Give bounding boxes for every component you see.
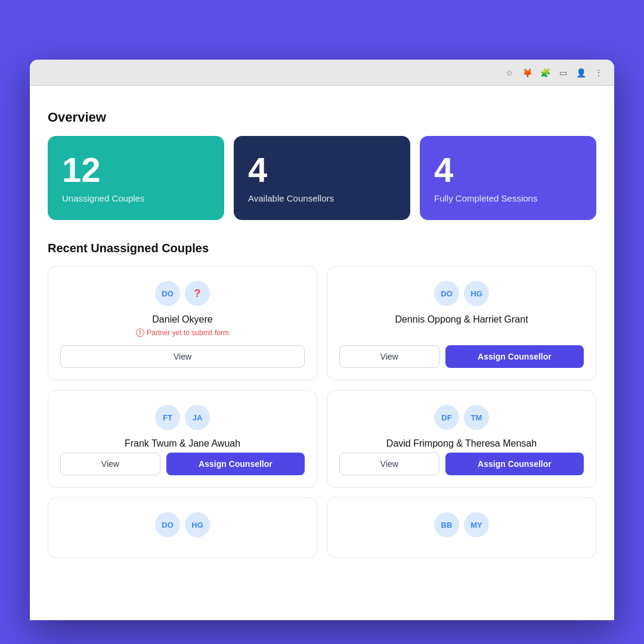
couple-name-3: Frank Twum & Jane Awuah (125, 438, 240, 449)
view-button-4[interactable]: View (339, 453, 439, 475)
menu-icon[interactable]: ⋮ (593, 67, 605, 79)
warning-icon-1: ! (136, 329, 144, 337)
avatar-bb-6: BB (434, 512, 459, 537)
avatars-row-6: BB MY (434, 512, 489, 537)
couple-card-5: DO HG (48, 497, 317, 558)
stat-number-unassigned: 12 (62, 153, 210, 187)
bookmark-icon[interactable]: ☆ (503, 67, 515, 79)
view-button-2[interactable]: View (339, 345, 439, 368)
couple-card-4: DF TM David Frimpong & Theresa Mensah Vi… (327, 390, 596, 488)
avatar-hg-2: HG (464, 281, 489, 306)
couple-card-3: FT JA Frank Twum & Jane Awuah View Assig… (48, 390, 317, 488)
card-actions-3: View Assign Counsellor (60, 453, 305, 475)
warning-text-1: Partner yet to submit form (147, 329, 229, 337)
avatar-ja-3: JA (185, 405, 210, 430)
card-actions-2: View Assign Counsellor (339, 345, 584, 368)
avatar-df-4: DF (434, 405, 459, 430)
stat-label-counsellors: Available Counsellors (248, 193, 396, 203)
stat-card-counsellors: 4 Available Counsellors (234, 136, 410, 220)
assign-button-3[interactable]: Assign Counsellor (166, 453, 305, 475)
stats-grid: 12 Unassigned Couples 4 Available Counse… (48, 136, 596, 220)
avatars-row-5: DO HG (155, 512, 210, 537)
couple-card-2: DO HG Dennis Oppong & Harriet Grant View… (327, 266, 596, 380)
browser-content: Overview 12 Unassigned Couples 4 Availab… (30, 86, 614, 620)
tab-icon[interactable]: ▭ (557, 67, 569, 79)
avatar-ft-3: FT (155, 405, 180, 430)
card-actions-4: View Assign Counsellor (339, 453, 584, 475)
couple-card-6: BB MY (327, 497, 596, 558)
browser-toolbar: ☆ 🦊 🧩 ▭ 👤 ⋮ (30, 60, 614, 86)
partner-warning-1: ! Partner yet to submit form (136, 329, 229, 337)
browser-window: ☆ 🦊 🧩 ▭ 👤 ⋮ Overview 12 Unassigned Coupl… (30, 60, 614, 620)
avatar-do-2: DO (434, 281, 459, 306)
avatar-do-1: DO (155, 281, 180, 306)
couple-name-2: Dennis Oppong & Harriet Grant (395, 314, 528, 325)
avatar-my-6: MY (464, 512, 489, 537)
firefox-icon[interactable]: 🦊 (521, 67, 533, 79)
stat-label-sessions: Fully Completed Sessions (434, 193, 582, 203)
assign-button-2[interactable]: Assign Counsellor (445, 345, 584, 368)
avatars-row-4: DF TM (434, 405, 489, 430)
avatars-row-3: FT JA (155, 405, 210, 430)
stat-label-unassigned: Unassigned Couples (62, 193, 210, 203)
extension-icon[interactable]: 🧩 (539, 67, 551, 79)
avatar-tm-4: TM (464, 405, 489, 430)
avatar-do-5: DO (155, 512, 180, 537)
recent-section-title: Recent Unassigned Couples (48, 242, 596, 255)
avatar-unknown: ? (185, 281, 210, 306)
stat-number-sessions: 4 (434, 153, 582, 187)
avatars-row-2: DO HG (434, 281, 489, 306)
couple-name-1: Daniel Okyere (152, 314, 212, 325)
avatars-row-1: DO ? (155, 281, 210, 306)
stat-card-unassigned: 12 Unassigned Couples (48, 136, 224, 220)
couples-grid: DO ? Daniel Okyere ! Partner yet to subm… (48, 266, 596, 558)
card-actions-1: View (60, 345, 305, 368)
stat-number-counsellors: 4 (248, 153, 396, 187)
couple-card-1: DO ? Daniel Okyere ! Partner yet to subm… (48, 266, 317, 380)
assign-button-4[interactable]: Assign Counsellor (445, 453, 584, 475)
view-button-3[interactable]: View (60, 453, 160, 475)
stat-card-sessions: 4 Fully Completed Sessions (420, 136, 596, 220)
overview-title: Overview (48, 110, 596, 125)
couple-name-4: David Frimpong & Theresa Mensah (386, 438, 537, 449)
avatar-icon[interactable]: 👤 (575, 67, 587, 79)
view-button-1[interactable]: View (60, 345, 305, 368)
avatar-hg-5: HG (185, 512, 210, 537)
